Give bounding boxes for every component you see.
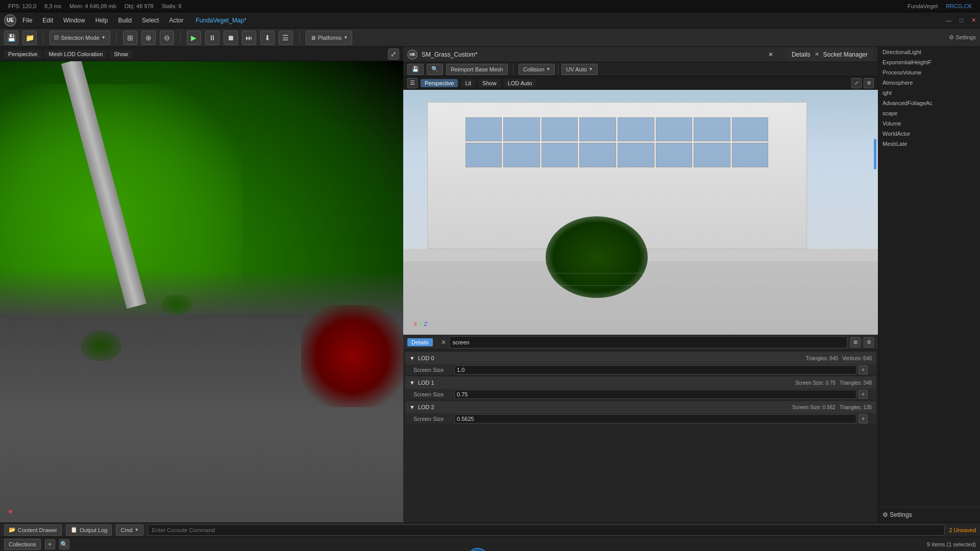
sm-grass-titlebar: UE SM_Grass_Custom* ✕ Details ✕ Socket M… [403, 47, 878, 62]
reimport-btn[interactable]: Reimport Base Mesh [446, 64, 508, 75]
sidebar-item-world-actor[interactable]: WorldActor [878, 129, 980, 139]
collections-add-btn[interactable]: + [45, 539, 55, 549]
snap-btn[interactable]: ⊕ [141, 31, 156, 45]
sm-grass-viewport[interactable]: LOD: 0 Current Screen Size: 0.758296 Tri… [403, 90, 878, 335]
details-close-btn[interactable]: ✕ [815, 51, 819, 58]
sidebar-item-directional[interactable]: DirectionalLight [878, 47, 980, 57]
lod2-header[interactable]: ▼ LOD 2 Screen Size: 0.562 Triangles: 13… [405, 401, 876, 413]
ue-logo: UE [4, 14, 16, 27]
uv-btn[interactable]: UV Auto ▼ [561, 64, 597, 75]
filter-btn[interactable]: ⊞ [850, 337, 861, 347]
selection-mode-btn[interactable]: ⊡ Selection Mode ▼ [50, 31, 110, 45]
extra-btn2[interactable]: ☰ [279, 31, 293, 45]
transform-btn[interactable]: ⊖ [160, 31, 174, 45]
show-label-left[interactable]: Show [110, 50, 132, 58]
collision-btn[interactable]: Collision ▼ [519, 64, 555, 75]
sidebar-item-scape[interactable]: scape [878, 108, 980, 118]
menu-edit[interactable]: Edit [40, 16, 55, 25]
settings-btn[interactable]: ⚙ Settings [949, 34, 976, 41]
lod-auto-label[interactable]: LOD Auto [504, 79, 536, 87]
cmd-btn[interactable]: Cmd ▼ [116, 524, 143, 536]
play-btn[interactable]: ▶ [187, 31, 201, 45]
hamburger-btn[interactable]: ☰ [407, 78, 418, 88]
save-btn[interactable]: 💾 [4, 31, 18, 45]
settings-sm-btn[interactable]: ⚙ [864, 78, 874, 88]
menu-help[interactable]: Help [93, 16, 110, 25]
red-patch [301, 305, 403, 407]
lod1-stats: Screen Size: 0.75 Triangles: 348 [795, 380, 872, 386]
output-log-btn[interactable]: 📋 Output Log [66, 524, 112, 536]
axis-label: ⊕ [8, 509, 12, 514]
collision-chevron: ▼ [546, 67, 550, 71]
pavement-line-2 [403, 285, 878, 286]
menu-build[interactable]: Build [116, 16, 134, 25]
find-btn[interactable]: 🔍 [427, 64, 443, 75]
left-viewport-toolbar: Perspective Mesh LOD Coloration Show ⤢ [0, 47, 403, 61]
lod1-add-btn[interactable]: + [859, 390, 868, 399]
sidebar-item-foliage[interactable]: AdvancedFoliageAc [878, 98, 980, 108]
mesh-lod-label[interactable]: Mesh LOD Coloration [44, 50, 107, 58]
pause-btn[interactable]: ⏸ [205, 31, 219, 45]
socket-manager-label[interactable]: Socket Manager [823, 51, 868, 58]
lod1-screen-size-input[interactable] [454, 390, 856, 399]
sidebar-item-mesh-late[interactable]: MeshLate [878, 139, 980, 149]
output-log-label: Output Log [80, 527, 107, 533]
menu-select[interactable]: Select [140, 16, 161, 25]
close-btn[interactable]: ✕ [971, 17, 976, 23]
open-btn[interactable]: 📁 [22, 31, 37, 45]
sidebar-item-exp-height[interactable]: ExponentialHeightF [878, 57, 980, 67]
save-icon-btn[interactable]: 💾 [407, 64, 424, 75]
lod0-label: LOD 0 [418, 355, 434, 361]
perspective-label-sm[interactable]: Perspective [421, 79, 458, 87]
details-search-input[interactable]: screen [449, 336, 847, 348]
sidebar-item-process-vol[interactable]: ProcessVolume [878, 67, 980, 78]
fullscreen-btn[interactable]: ⤢ [851, 78, 862, 88]
sm-grass-close-btn[interactable]: ✕ [768, 51, 773, 58]
minimize-btn[interactable]: — [946, 17, 951, 23]
perspective-label-left[interactable]: Perspective [4, 50, 41, 58]
sidebar-item-atmosphere[interactable]: Atmosphere [878, 78, 980, 88]
lod2-add-btn[interactable]: + [859, 414, 868, 423]
scroll-bar-sm[interactable] [874, 139, 876, 169]
menu-file[interactable]: File [20, 16, 34, 25]
axis-indicator: ⊕ [8, 509, 12, 514]
collections-btn[interactable]: Collections [4, 539, 41, 550]
maximize-btn[interactable]: □ [960, 17, 963, 23]
menu-actor[interactable]: Actor [167, 16, 185, 25]
sidebar-item-volume[interactable]: Volume [878, 118, 980, 129]
lit-label[interactable]: Lit [461, 79, 475, 87]
search-clear-btn[interactable]: ✕ [441, 339, 446, 346]
lod0-stats: Triangles: 640 Vertices: 640 [806, 356, 872, 361]
lod0-add-btn[interactable]: + [859, 365, 868, 374]
window-10 [503, 143, 540, 167]
lod0-screen-size-input[interactable] [454, 365, 856, 374]
grid-btn[interactable]: ⊞ [123, 31, 137, 45]
lod0-header[interactable]: ▼ LOD 0 Triangles: 640 Vertices: 640 [405, 352, 876, 364]
skip-btn[interactable]: ⏭ [242, 31, 256, 45]
lod2-screen-size-input[interactable] [454, 414, 856, 423]
details-active-tab[interactable]: Details [407, 338, 433, 346]
console-input[interactable] [148, 524, 945, 536]
stop-btn[interactable]: ⏹ [224, 31, 238, 45]
sidebar-item-light[interactable]: ight [878, 88, 980, 98]
collections-search-btn[interactable]: 🔍 [59, 539, 69, 549]
center-panel: UE SM_Grass_Custom* ✕ Details ✕ Socket M… [403, 47, 878, 522]
content-drawer-btn[interactable]: 📂 Content Drawer [4, 524, 62, 536]
lod1-expand-icon: ▼ [409, 380, 415, 386]
platforms-btn[interactable]: 🖥 Platforms ▼ [306, 31, 352, 45]
show-label-sm[interactable]: Show [478, 79, 501, 87]
sidebar-settings-btn[interactable]: ⚙ Settings [878, 507, 980, 522]
lod2-screen-size-label: Screen Size [413, 416, 454, 422]
details-tab-label[interactable]: Details [792, 51, 811, 58]
viewport-right-controls: ⤢ [388, 48, 399, 60]
extra-btn1[interactable]: ⬇ [260, 31, 275, 45]
ms-stat: 8,3 ms [44, 3, 61, 9]
sm-grass-title: SM_Grass_Custom* [422, 51, 477, 58]
maximize-viewport-btn[interactable]: ⤢ [388, 48, 399, 60]
title-bar-right: FundaVeget RRCG.CK [908, 3, 972, 9]
sep2 [116, 32, 117, 44]
menu-window[interactable]: Window [61, 16, 87, 25]
settings-details-btn[interactable]: ⚙ [864, 337, 874, 347]
lod1-header[interactable]: ▼ LOD 1 Screen Size: 0.75 Triangles: 348 [405, 377, 876, 389]
left-viewport[interactable]: ⊕ [0, 61, 403, 522]
